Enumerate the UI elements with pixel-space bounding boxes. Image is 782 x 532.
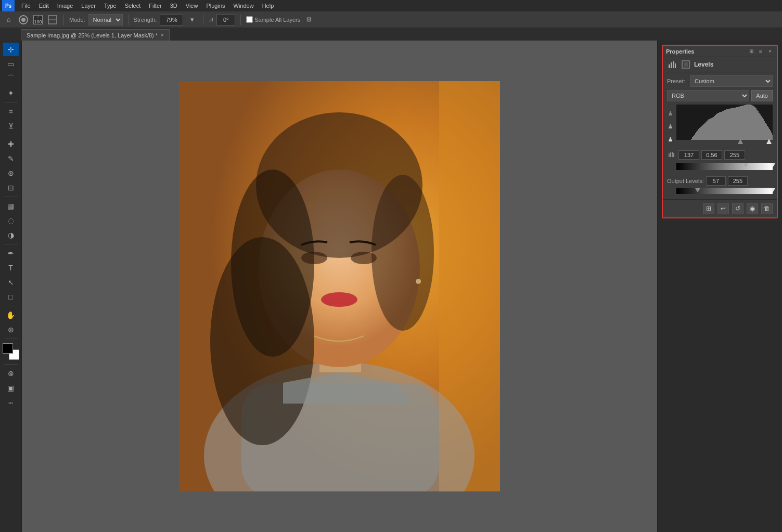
- tool-lasso[interactable]: ⌒: [3, 72, 19, 85]
- expand-panel-btn[interactable]: ⊞: [748, 48, 755, 55]
- menu-view[interactable]: View: [182, 2, 202, 10]
- preset-select[interactable]: Custom: [690, 75, 773, 87]
- menu-help[interactable]: Help: [259, 2, 278, 10]
- black-input-handle[interactable]: [738, 139, 743, 145]
- svg-point-11: [210, 237, 314, 445]
- tool-shape[interactable]: □: [3, 290, 19, 304]
- svg-rect-17: [671, 62, 672, 68]
- output-black-handle[interactable]: [695, 187, 700, 193]
- previous-icon: ↩: [721, 205, 726, 212]
- output-levels-label: Output Levels:: [667, 178, 704, 184]
- levels-refresh-icon[interactable]: [667, 150, 676, 160]
- output-white-handle[interactable]: [770, 187, 775, 193]
- auto-button[interactable]: Auto: [751, 90, 773, 101]
- output-white-value[interactable]: [728, 176, 748, 186]
- strength-input[interactable]: [160, 14, 183, 25]
- menu-3d[interactable]: 3D: [166, 2, 181, 10]
- canvas-image: [179, 81, 500, 491]
- mid-gradient-handle[interactable]: [743, 162, 748, 168]
- set-gray-eyedropper[interactable]: [667, 123, 674, 130]
- menu-select[interactable]: Select: [121, 2, 145, 10]
- crop-icon: ⌗: [9, 107, 13, 116]
- tool-pen[interactable]: ✒: [3, 246, 19, 260]
- tool-brush[interactable]: ✎: [3, 152, 19, 165]
- healing-icon: ✚: [8, 140, 14, 148]
- panel-close-btn[interactable]: ×: [766, 48, 774, 55]
- sample-all-checkbox[interactable]: [246, 16, 253, 23]
- angle-input[interactable]: [216, 14, 235, 25]
- tool-clone[interactable]: ⊛: [3, 166, 19, 180]
- tool-eraser[interactable]: ⊡: [3, 181, 19, 194]
- input-white-value[interactable]: [724, 150, 745, 160]
- mode-select[interactable]: Normal: [88, 14, 123, 25]
- strength-arrow-icon[interactable]: ▾: [186, 14, 198, 25]
- levels-label: Levels: [694, 61, 713, 68]
- tool-more[interactable]: •••: [3, 396, 19, 409]
- tool-blur[interactable]: ◌: [3, 214, 19, 227]
- color-swatches[interactable]: [3, 343, 19, 360]
- settings-icon[interactable]: ⚙: [303, 14, 315, 25]
- brush-tool-icon[interactable]: [18, 14, 29, 25]
- home-icon[interactable]: ⌂: [3, 14, 15, 25]
- white-input-handle[interactable]: [766, 139, 772, 145]
- black-gradient-handle[interactable]: [726, 162, 731, 168]
- tool-wand[interactable]: ✦: [3, 86, 19, 100]
- mask-panel-btn[interactable]: [681, 59, 691, 70]
- panel-menu-btn[interactable]: ≡: [757, 48, 764, 55]
- options-bar: ⌂ / 100 Mode: Normal Strength: ▾ ⊿ Sampl…: [0, 11, 782, 28]
- output-gradient-bar: [676, 188, 773, 194]
- tool-gradient[interactable]: ▦: [3, 199, 19, 213]
- document-tab[interactable]: Sample imag.jpg @ 25% (Levels 1, Layer M…: [21, 29, 170, 41]
- reset-btn[interactable]: ↺: [732, 203, 743, 214]
- histogram-panel-btn[interactable]: [667, 59, 677, 70]
- menu-edit[interactable]: Edit: [35, 2, 53, 10]
- tool-hand[interactable]: ✋: [3, 308, 19, 322]
- input-mid-value[interactable]: [701, 150, 722, 160]
- menu-layer[interactable]: Layer: [78, 2, 99, 10]
- add-adjustment-btn[interactable]: ⊞: [703, 203, 714, 214]
- brush-preset-icon[interactable]: [47, 14, 58, 25]
- tool-move[interactable]: ⊹: [3, 43, 19, 56]
- tool-healing[interactable]: ✚: [3, 137, 19, 151]
- white-gradient-handle[interactable]: [770, 162, 775, 168]
- tool-rect-select[interactable]: ▭: [3, 57, 19, 71]
- quick-mask-icon: ⊗: [8, 369, 14, 378]
- tool-crop[interactable]: ⌗: [3, 105, 19, 118]
- menu-window[interactable]: Window: [230, 2, 258, 10]
- tool-screen-mode[interactable]: ▣: [3, 381, 19, 395]
- tool-path-select[interactable]: ↖: [3, 276, 19, 289]
- move-icon: ⊹: [8, 45, 14, 54]
- visibility-btn[interactable]: ◉: [747, 203, 758, 214]
- output-gradient-bar-container: [676, 188, 773, 196]
- sample-all-label[interactable]: Sample All Layers: [246, 16, 300, 23]
- menu-image[interactable]: Image: [54, 2, 77, 10]
- foreground-color-swatch[interactable]: [3, 343, 13, 354]
- input-black-value[interactable]: [678, 150, 699, 160]
- tool-text[interactable]: T: [3, 261, 19, 275]
- channel-row: RGB Auto: [667, 90, 773, 101]
- gradient-icon: ▦: [7, 202, 14, 210]
- tool-sep-6: [4, 339, 18, 339]
- svg-rect-115: [670, 152, 671, 157]
- delete-btn[interactable]: 🗑: [761, 203, 773, 214]
- set-black-eyedropper[interactable]: [667, 110, 674, 117]
- menu-filter[interactable]: Filter: [145, 2, 165, 10]
- reset-icon: ↺: [735, 205, 740, 212]
- tool-eyedropper[interactable]: ⊻: [3, 119, 19, 133]
- menu-type[interactable]: Type: [100, 2, 120, 10]
- menu-plugins[interactable]: Plugins: [202, 2, 228, 10]
- previous-state-btn[interactable]: ↩: [717, 203, 729, 214]
- canvas-area: [22, 41, 657, 532]
- tab-close-btn[interactable]: ×: [161, 32, 164, 38]
- close-icon: ×: [768, 48, 772, 54]
- output-black-value[interactable]: [706, 176, 726, 186]
- brush-size-icon[interactable]: / 100: [32, 14, 44, 25]
- tool-dodge[interactable]: ◑: [3, 228, 19, 242]
- svg-rect-114: [669, 153, 670, 157]
- menu-file[interactable]: File: [18, 2, 34, 10]
- tool-zoom[interactable]: ⊕: [3, 323, 19, 336]
- set-white-eyedropper[interactable]: [667, 136, 674, 143]
- menu-bar: Ps File Edit Image Layer Type Select Fil…: [0, 0, 782, 11]
- tool-quick-mask[interactable]: ⊗: [3, 367, 19, 380]
- channel-select[interactable]: RGB: [667, 90, 749, 101]
